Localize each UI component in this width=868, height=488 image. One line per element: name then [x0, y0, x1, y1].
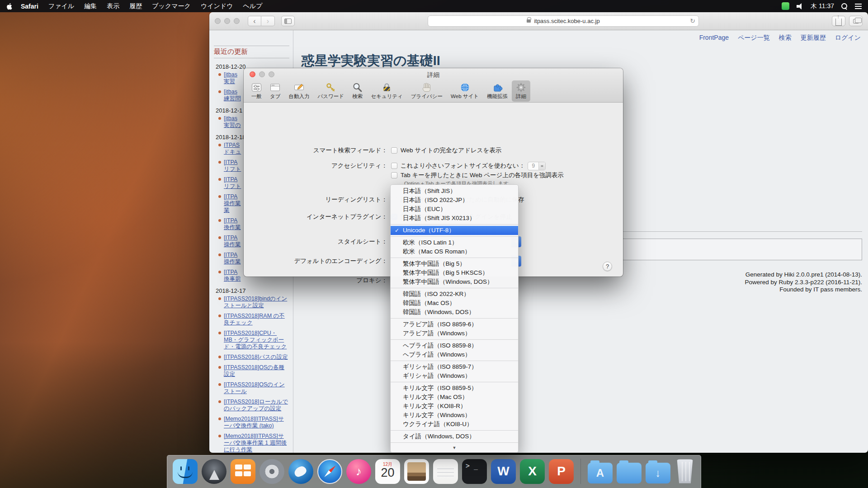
volume-icon[interactable] [797, 3, 803, 9]
search-icon [352, 82, 363, 93]
nav-page-list[interactable]: ページ一覧 [738, 34, 770, 42]
min-font-size-checkbox[interactable] [391, 163, 397, 169]
sidebar-link[interactable]: [ITPASS2018]RAM の不良チェック [218, 313, 293, 326]
prefs-tab-websites[interactable]: Web サイト [447, 80, 483, 102]
encoding-menu-item[interactable]: 韓国語（ISO 2022-KR） [391, 290, 518, 299]
dock-icon-calendar[interactable]: 12月20 [375, 459, 400, 484]
menu-edit[interactable]: 編集 [79, 2, 102, 10]
encoding-menu-item[interactable]: キリル文字（ISO 8859-5） [391, 384, 518, 393]
menu-scroll-down-icon[interactable]: ▼ [391, 444, 518, 450]
encoding-menu-item[interactable]: 日本語（Shift JIS X0213） [391, 214, 518, 223]
dock-icon-word[interactable]: W [491, 459, 516, 484]
encoding-menu-item[interactable]: ヘブライ語（ISO 8859-8） [391, 341, 518, 350]
encoding-menu-item[interactable]: ヘブライ語（Windows） [391, 350, 518, 359]
list-bullet-icon [218, 195, 221, 198]
menu-bookmarks[interactable]: ブックマーク [147, 2, 196, 10]
encoding-menu-item[interactable]: 欧米（ISO Latin 1） [391, 238, 518, 247]
address-bar[interactable]: itpass.scitec.kobe-u.ac.jp ↻ [428, 15, 699, 27]
nav-search[interactable]: 検索 [779, 34, 792, 42]
encoding-menu-item[interactable]: アラビア語（ISO 8859-6） [391, 320, 518, 329]
menu-history[interactable]: 履歴 [124, 2, 147, 10]
sidebar-link[interactable]: [ITPASS2018]OSの各種設定 [218, 364, 293, 378]
sidebar-link[interactable]: [ITPASS2018]パスの設定 [218, 354, 293, 361]
nav-history[interactable]: 更新履歴 [801, 34, 826, 42]
dock-icon-documents-folder[interactable] [617, 463, 642, 483]
status-icon-green[interactable] [782, 2, 789, 10]
sidebar-link[interactable]: [ITPASS2018]CPU・MB・グラフィックボード・電源の不良チェック [218, 330, 293, 350]
minimize-button[interactable] [224, 18, 230, 24]
menu-bar-clock[interactable]: 木 11:37 [811, 2, 834, 10]
sidebar-toggle-button[interactable] [281, 16, 295, 26]
menu-safari[interactable]: Safari [16, 3, 43, 10]
encoding-menu-item[interactable]: 韓国語（Mac OS） [391, 299, 518, 308]
encoding-menu-item[interactable]: 日本語（EUC） [391, 205, 518, 214]
forward-button[interactable]: › [261, 16, 275, 26]
dock-icon-downloads-folder[interactable]: ↓ [646, 463, 670, 483]
encoding-menu-item[interactable]: キリル文字（Windows） [391, 411, 518, 420]
sidebar-link[interactable]: [Memo2018][ITPASS]サーバ交換事作業 1 週間後に行う作業 [218, 433, 293, 453]
apple-menu-icon[interactable] [6, 3, 13, 10]
encoding-menu-item[interactable]: 繁体字中国語（Big 5） [391, 259, 518, 268]
smart-search-checkbox[interactable] [391, 147, 397, 154]
prefs-tab-search[interactable]: 検索 [348, 80, 367, 102]
sidebar-link[interactable]: [Memo2018][ITPASS]サーバ交換作業 (tako) [218, 416, 293, 429]
dock-icon-thunderbird[interactable] [288, 459, 313, 484]
dock-icon-finder[interactable] [173, 459, 198, 484]
close-button[interactable] [215, 18, 221, 24]
prefs-tab-tabs[interactable]: タブ [266, 80, 285, 102]
dock-icon-system-preferences[interactable] [259, 459, 284, 484]
menu-help[interactable]: ヘルプ [238, 2, 268, 10]
dock-icon-safari[interactable] [317, 459, 342, 484]
dock-icon-itunes[interactable]: ♪ [346, 459, 371, 484]
encoding-menu-item[interactable]: 日本語（Shift JIS） [391, 187, 518, 196]
menu-view[interactable]: 表示 [102, 2, 124, 10]
encoding-menu-item[interactable]: 日本語（ISO 2022-JP） [391, 196, 518, 205]
zoom-button[interactable] [234, 18, 240, 24]
dock-icon-notes[interactable] [433, 459, 458, 484]
share-button[interactable] [832, 16, 845, 26]
back-button[interactable]: ‹ [248, 16, 261, 26]
dock-icon-trash[interactable] [675, 459, 695, 484]
menu-file[interactable]: ファイル [43, 2, 79, 10]
prefs-tab-privacy[interactable]: プライバシー [407, 80, 447, 102]
encoding-menu-item[interactable]: キリル文字（KOI8-R） [391, 402, 518, 411]
prefs-tab-advanced[interactable]: 詳細 [512, 80, 530, 102]
dock-icon-powerpoint[interactable]: P [549, 459, 574, 484]
encoding-menu-item[interactable]: 繁体字中国語（Big 5 HKSCS） [391, 268, 518, 277]
smart-search-option-label: Web サイトの完全なアドレスを表示 [401, 146, 501, 155]
prefs-tab-extensions[interactable]: 機能拡張 [483, 80, 512, 102]
prefs-tab-autofill[interactable]: 自動入力 [285, 80, 314, 102]
spotlight-search-icon[interactable] [841, 3, 848, 9]
dock-icon-excel[interactable]: X [520, 459, 545, 484]
help-button[interactable]: ? [603, 262, 612, 271]
encoding-menu-item[interactable]: アラビア語（Windows） [391, 329, 518, 338]
font-size-select[interactable]: 9 [528, 162, 546, 170]
sidebar-link[interactable]: [ITPASS2018]bindのインストールと設定 [218, 296, 293, 309]
prefs-tab-passwords[interactable]: パスワード [314, 80, 349, 102]
dock-icon-applications-folder[interactable]: A [588, 463, 613, 483]
nav-login[interactable]: ログイン [835, 34, 861, 42]
notification-center-icon[interactable] [855, 4, 862, 9]
encoding-menu-item[interactable]: ギリシャ語（Windows） [391, 371, 518, 380]
encoding-menu-item[interactable]: 韓国語（Windows, DOS） [391, 308, 518, 317]
nav-frontpage[interactable]: FrontPage [699, 34, 729, 42]
encoding-menu-item[interactable]: 繁体字中国語（Windows, DOS） [391, 277, 518, 286]
dock-icon-mission-control[interactable] [231, 459, 255, 484]
tab-highlight-checkbox[interactable] [391, 172, 397, 178]
dock-icon-terminal[interactable]: > _ [462, 459, 487, 484]
encoding-menu-item[interactable]: ウクライナ語（KOI8-U） [391, 420, 518, 429]
encoding-menu-item[interactable]: ギリシャ語（ISO 8859-7） [391, 362, 518, 371]
reload-icon[interactable]: ↻ [690, 17, 695, 24]
sidebar-link[interactable]: [ITPASS2018]OSのインストール [218, 381, 293, 395]
encoding-menu-item[interactable]: 欧米（Mac OS Roman） [391, 247, 518, 256]
sidebar-link[interactable]: [ITPASS2018]ローカルでのバックアップの設定 [218, 399, 293, 412]
encoding-menu-item[interactable]: キリル文字（Mac OS） [391, 393, 518, 402]
dock-icon-launchpad[interactable] [202, 459, 226, 484]
tab-overview-button[interactable] [849, 16, 863, 26]
menu-window[interactable]: ウインドウ [196, 2, 238, 10]
prefs-tab-general[interactable]: 一般 [247, 80, 266, 102]
encoding-menu-item[interactable]: ✓Unicode（UTF-8） [391, 226, 518, 235]
dock-icon-photos[interactable] [404, 459, 429, 484]
encoding-menu-item[interactable]: タイ語（Windows, DOS） [391, 432, 518, 441]
prefs-tab-security[interactable]: セキュリティ [367, 80, 407, 102]
